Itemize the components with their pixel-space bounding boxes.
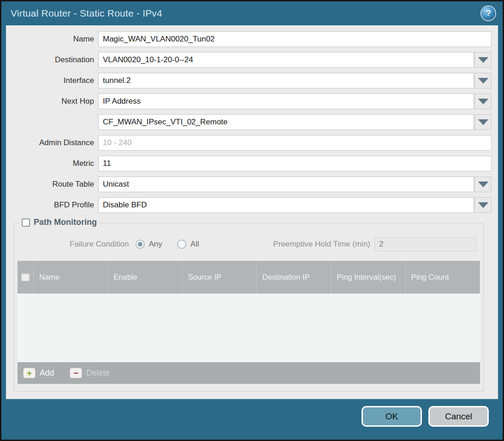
chevron-down-icon bbox=[478, 78, 488, 83]
ok-button[interactable]: OK bbox=[362, 406, 422, 427]
minus-icon: − bbox=[70, 368, 82, 378]
next-hop-label: Next Hop bbox=[6, 97, 98, 106]
name-input[interactable] bbox=[98, 31, 492, 47]
preemptive-hold-time-group: Preemptive Hold Time (min) bbox=[273, 237, 477, 252]
metric-label: Metric bbox=[6, 159, 98, 168]
metric-row: Metric bbox=[6, 156, 492, 171]
route-table-dropdown-button[interactable] bbox=[474, 176, 492, 192]
chevron-down-icon bbox=[478, 57, 488, 63]
help-icon[interactable]: ? bbox=[481, 6, 495, 20]
next-hop-row: Next Hop bbox=[6, 94, 492, 109]
path-monitoring-title: Path Monitoring bbox=[34, 218, 97, 227]
next-hop-type-input[interactable] bbox=[98, 94, 474, 109]
destination-label: Destination bbox=[6, 55, 98, 65]
route-table-row: Route Table bbox=[6, 176, 492, 192]
path-monitoring-section: Path Monitoring Failure Condition Any Al… bbox=[14, 223, 484, 392]
path-monitoring-table: Name Enable Source IP Destination IP Pin… bbox=[18, 261, 480, 384]
route-table-label: Route Table bbox=[6, 180, 98, 189]
chevron-down-icon bbox=[478, 119, 488, 125]
destination-row: Destination bbox=[6, 52, 492, 68]
interface-row: Interface bbox=[6, 73, 492, 88]
cancel-button[interactable]: Cancel bbox=[428, 406, 489, 427]
failure-condition-row: Failure Condition Any All Preemptive Hol… bbox=[18, 236, 480, 252]
path-monitoring-legend: Path Monitoring bbox=[18, 218, 100, 227]
dialog-body: Name Destination Interface bbox=[6, 25, 498, 399]
interface-input[interactable] bbox=[98, 73, 474, 88]
destination-input[interactable] bbox=[98, 52, 474, 68]
interface-label: Interface bbox=[6, 76, 98, 85]
bfd-profile-dropdown-button[interactable] bbox=[474, 197, 492, 213]
next-hop-address-dropdown-button[interactable] bbox=[474, 114, 492, 130]
next-hop-address-row bbox=[6, 114, 492, 130]
table-header-checkbox-cell bbox=[18, 261, 34, 294]
bfd-profile-input[interactable] bbox=[98, 197, 474, 213]
dialog-footer: OK Cancel bbox=[1, 399, 503, 440]
column-header-name[interactable]: Name bbox=[34, 261, 108, 294]
radio-option-all[interactable]: All bbox=[177, 240, 199, 249]
dialog-title: Virtual Router - Static Route - IPv4 bbox=[11, 8, 481, 19]
select-all-checkbox[interactable] bbox=[21, 273, 30, 281]
plus-icon: + bbox=[23, 368, 36, 378]
radio-all[interactable] bbox=[177, 240, 186, 249]
column-header-enable[interactable]: Enable bbox=[108, 261, 182, 294]
name-row: Name bbox=[6, 31, 492, 47]
failure-condition-radio-group: Any All bbox=[136, 240, 199, 249]
radio-all-label: All bbox=[190, 240, 199, 249]
chevron-down-icon bbox=[478, 182, 488, 187]
path-monitoring-checkbox[interactable] bbox=[22, 218, 30, 227]
radio-option-any[interactable]: Any bbox=[136, 240, 162, 249]
titlebar: Virtual Router - Static Route - IPv4 ? bbox=[1, 1, 503, 25]
delete-button[interactable]: − Delete bbox=[70, 368, 110, 378]
column-header-destination-ip[interactable]: Destination IP bbox=[257, 261, 331, 294]
chevron-down-icon bbox=[478, 202, 488, 208]
static-route-dialog: Virtual Router - Static Route - IPv4 ? N… bbox=[0, 0, 504, 441]
interface-dropdown-button[interactable] bbox=[474, 73, 492, 88]
radio-any-label: Any bbox=[149, 240, 162, 249]
admin-distance-input[interactable] bbox=[98, 135, 492, 151]
name-label: Name bbox=[6, 35, 98, 44]
chevron-down-icon bbox=[478, 99, 488, 104]
delete-button-label: Delete bbox=[86, 368, 110, 378]
table-toolbar: + Add − Delete bbox=[18, 362, 480, 384]
preemptive-hold-time-input bbox=[374, 237, 477, 252]
preemptive-hold-time-label: Preemptive Hold Time (min) bbox=[273, 240, 370, 249]
bfd-profile-row: BFD Profile bbox=[6, 197, 492, 213]
column-header-ping-interval[interactable]: Ping Interval(sec) bbox=[331, 261, 405, 294]
next-hop-type-dropdown-button[interactable] bbox=[474, 94, 492, 109]
bfd-profile-label: BFD Profile bbox=[6, 200, 98, 210]
admin-distance-row: Admin Distance bbox=[6, 135, 492, 151]
destination-dropdown-button[interactable] bbox=[474, 52, 492, 68]
add-button[interactable]: + Add bbox=[23, 368, 54, 378]
column-header-source-ip[interactable]: Source IP bbox=[183, 261, 257, 294]
failure-condition-label: Failure Condition bbox=[70, 240, 129, 249]
radio-any[interactable] bbox=[136, 240, 145, 249]
add-button-label: Add bbox=[40, 368, 54, 378]
route-table-input[interactable] bbox=[98, 176, 474, 192]
table-header: Name Enable Source IP Destination IP Pin… bbox=[18, 261, 480, 294]
metric-input[interactable] bbox=[98, 156, 492, 171]
admin-distance-label: Admin Distance bbox=[6, 138, 98, 147]
column-header-ping-count[interactable]: Ping Count bbox=[406, 261, 480, 294]
next-hop-address-input[interactable] bbox=[98, 114, 474, 130]
table-body-empty bbox=[18, 294, 480, 362]
